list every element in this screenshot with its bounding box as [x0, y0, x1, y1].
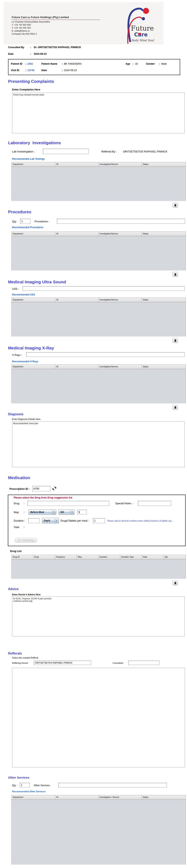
drug-label: Drug	[14, 502, 19, 505]
special-notes-input[interactable]	[138, 501, 171, 506]
xray-col-id: ID	[55, 365, 99, 369]
lab-col-department: Department	[12, 162, 55, 166]
lab-delete-button[interactable]	[173, 203, 178, 208]
uss-col-id: ID	[55, 298, 99, 302]
logo-word-care: Care	[134, 32, 148, 38]
prescription-id-input[interactable]	[32, 486, 50, 491]
company-title-part1: Future Care	[12, 16, 27, 19]
drug-table-body	[12, 559, 186, 579]
drug-table-header: Drug ID Drug Fequency Way Duration Durat…	[12, 555, 186, 559]
visit-date-label: Date	[41, 69, 47, 72]
reffering-doctor-input[interactable]	[34, 660, 91, 665]
duration-type-value: Day/s	[44, 519, 50, 522]
lab-investigation-input[interactable]	[43, 149, 89, 154]
add-drug-button[interactable]: Add Drug	[14, 538, 37, 543]
logo-word-future: Future	[131, 24, 154, 32]
chevron-down-icon	[55, 518, 58, 523]
complaints-textarea[interactable]: Chest Xray showed normal study	[12, 93, 185, 133]
xray-input[interactable]	[26, 352, 185, 357]
patient-age-sep: :	[133, 62, 134, 65]
way-qty-input[interactable]	[77, 510, 87, 514]
patient-age-value: 33	[135, 62, 138, 65]
other-table-header: Department ID Investigation / Service St…	[12, 795, 186, 800]
trash-icon	[174, 204, 177, 207]
logo-red-dot	[143, 8, 149, 14]
advice-sub-label: Enter Doctor's Advice Here	[12, 593, 41, 596]
drug-col-fequency: Fequency	[55, 555, 77, 559]
uss-delete-button[interactable]	[173, 338, 178, 343]
consulted-by-row: Consulted By : Dr. ORITSETSETOS RAPHAEL …	[8, 46, 24, 49]
procedures-input[interactable]	[57, 219, 185, 224]
add-drug-label: Add Drug	[22, 539, 34, 542]
procedures-qty-label: Qty :	[12, 220, 17, 223]
uss-input[interactable]	[23, 286, 185, 291]
duration-type-select[interactable]: Day/s	[42, 518, 59, 523]
special-notes-label: Special Notes :	[115, 502, 134, 505]
refresh-prescription-button[interactable]	[51, 486, 57, 491]
reffering-doctor-label: Reffering Doctor	[12, 662, 28, 664]
trash-icon	[174, 339, 177, 342]
procedures-table-header: Department ID Investigation/Service Stat…	[12, 232, 186, 236]
frequency-select[interactable]: OD	[59, 509, 74, 515]
consult-date-row: Date : 2024-09-23	[8, 53, 13, 55]
company-address: Le Chainter,Victoria,Mahe,Seychelles	[12, 21, 50, 23]
frequency-select-value: OD	[60, 511, 64, 514]
trash-icon	[174, 406, 177, 409]
uss-col-service: Investigation/Service	[99, 298, 142, 302]
company-phone-1: T: +24 82 593 593	[12, 24, 31, 26]
drug-warning-text: Please select the Drug from Drug suggess…	[14, 496, 72, 499]
uss-col-status: Status	[142, 298, 186, 302]
uss-label: USS :	[12, 287, 19, 290]
recommended-xray-link: Recommended X-Rays	[12, 360, 38, 363]
trash-icon	[174, 273, 177, 276]
patient-id-label: Patient ID	[11, 62, 23, 65]
patient-name-label: Patient Name	[41, 62, 57, 65]
refferals-list-box	[12, 668, 185, 767]
advice-heading: Advice	[8, 587, 18, 591]
company-phone-2: T: +24 84 225 252	[12, 27, 31, 29]
way-label: Way	[14, 511, 19, 514]
other-services-input[interactable]	[58, 783, 167, 787]
drug-col-qty: Qty	[164, 555, 186, 559]
consulted-by-sep: :	[30, 46, 31, 49]
lab-col-service: Investigation/Service	[99, 162, 142, 166]
title-underline	[12, 20, 100, 20]
other-col-id: ID	[55, 795, 99, 800]
other-col-service: Investigation / Service	[99, 795, 142, 800]
way-sep: :	[24, 511, 25, 514]
drug-col-id: Drug ID	[12, 555, 33, 559]
drug-table: Drug ID Drug Fequency Way Duration Durat…	[11, 555, 186, 579]
future-care-logo: Future Care Body Mind Soul	[122, 3, 155, 44]
consultant-input[interactable]	[128, 660, 159, 665]
proc-col-id: ID	[55, 232, 99, 236]
procedures-qty-input[interactable]	[20, 219, 31, 224]
drug-delete-button[interactable]	[173, 581, 178, 585]
way-select[interactable]: Before Meal	[29, 509, 56, 515]
patient-gender-sep: :	[159, 62, 160, 65]
lab-table: Department ID Investigation/Service Stat…	[11, 162, 186, 200]
diagnosis-textarea[interactable]: Musculoskeletal chest pain	[12, 421, 185, 467]
xray-delete-button[interactable]	[173, 405, 178, 410]
drug-input[interactable]	[28, 501, 109, 506]
total-label: Total	[14, 526, 19, 529]
diagnosis-heading: Diagnosis	[8, 412, 23, 416]
other-qty-input[interactable]	[20, 783, 30, 787]
procedures-delete-button[interactable]	[173, 272, 178, 277]
refferals-sub-label: Select the needed Refferal	[12, 656, 38, 659]
prescription-id-label: Prescription ID :	[9, 487, 30, 490]
drug-col-way: Way	[77, 555, 99, 559]
xray-heading: Medical Imaging X-Ray	[8, 346, 54, 350]
proc-col-status: Status	[142, 232, 186, 236]
consult-date-sep: :	[30, 53, 31, 55]
xray-table-body	[12, 369, 186, 403]
per-meal-input[interactable]	[93, 518, 105, 523]
lab-table-body	[12, 167, 186, 201]
company-title-part2: Future Holdings (Pty) Limited	[31, 16, 69, 19]
letterhead: Future Care by Future Holdings (Pty) Lim…	[4, 2, 163, 44]
visit-id-value: 15749	[27, 69, 34, 72]
duration-input[interactable]	[28, 518, 39, 523]
total-sep: :	[24, 526, 25, 529]
lab-col-id: ID	[55, 162, 99, 166]
advice-textarea[interactable]: for ECG, Troponin, ECHO if pain persists…	[12, 596, 185, 637]
drug-col-drug: Drug	[33, 555, 55, 559]
